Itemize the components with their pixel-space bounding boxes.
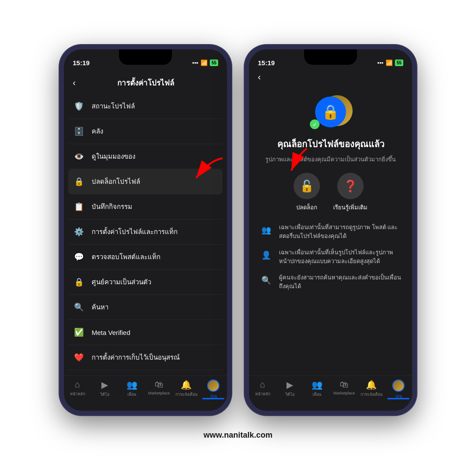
home-nav-icon-left: ⌂ (75, 379, 80, 390)
locked-profile-content: 🔒 ✓ คุณล็อกโปรไฟล์ของคุณแล้ว รูปภาพและโพ… (249, 82, 412, 376)
nav-item-menu-right[interactable]: เมนู (385, 379, 412, 399)
menu-item-search[interactable]: 🔍 ค้นหา (68, 295, 223, 320)
wifi-icon: 📶 (201, 60, 208, 66)
menu-label-profile-status: สถานะโปรไฟล์ (92, 101, 135, 112)
nav-item-friends-right[interactable]: 👥 เพื่อน (303, 379, 331, 398)
info-text-3: ผู้คนจะยังสามารถค้นหาคุณและส่งคำขอเป็นเพ… (279, 273, 401, 290)
profile-icons-row: 🔒 ✓ (302, 95, 359, 128)
phone-left: 15:19 ▪▪▪ 📶 55 ‹ การตั้งค่าโปรไฟล์ 🛡️ สถ… (60, 45, 231, 415)
menu-label-view: ดูในมุมมองของ (92, 151, 135, 162)
page-header-right: ‹ (249, 71, 412, 82)
menu-label-privacy: ศูนย์ความเป็นส่วนตัว (92, 277, 151, 287)
eye-icon: 👁️ (73, 150, 85, 163)
menu-item-memorial[interactable]: ❤️ การตั้งค่าการเก็บไว้เป็นอนุสรณ์ (68, 345, 223, 370)
menu-item-meta-verified[interactable]: ✅ Meta Verified (68, 320, 223, 345)
nav-label-home-left: หน้าหลัก (70, 391, 85, 397)
nav-label-video-right: วิดีโอ (285, 391, 294, 398)
unlock-action-btn[interactable]: 🔓 ปลดล็อก (294, 173, 320, 212)
avatar-nav-left (207, 379, 219, 392)
avatar-nav-right (392, 379, 405, 392)
nav-label-notifications-left: การแจ้งเตือน (175, 391, 197, 398)
nav-label-friends-left: เพื่อน (127, 391, 136, 398)
nav-label-home-right: หน้าหลัก (255, 391, 270, 397)
info-item-3: 🔍 ผู้คนจะยังสามารถค้นหาคุณและส่งคำขอเป็น… (260, 273, 401, 290)
marketplace-nav-icon-left: 🛍 (155, 379, 164, 390)
nav-item-friends-left[interactable]: 👥 เพื่อน (118, 379, 145, 398)
info-text-1: เฉพาะเพื่อนเท่านั้นที่สามารถดูรูปภาพ โพส… (279, 223, 401, 240)
menu-label-review: ตรวจสอบโพสต์และแท็ก (92, 252, 160, 262)
menu-label-profile-settings: การตั้งค่าโปรไฟล์และการแท็ก (92, 227, 178, 237)
learn-more-action-btn[interactable]: ❓ เรียนรู้เพิ่มเติม (333, 173, 368, 212)
menu-label-archive: คลัง (92, 126, 103, 137)
page-header-left: ‹ การตั้งค่าโปรไฟล์ (64, 71, 227, 94)
nav-label-marketplace-left: Marketplace (148, 391, 170, 395)
menu-label-unlock: ปลดล็อกโปรไฟล์ (92, 176, 140, 187)
info-text-2: เฉพาะเพื่อนเท่านั้นที่เห็นรูปโปรไฟล์และร… (279, 248, 401, 265)
video-nav-icon-left: ▶ (101, 379, 108, 390)
nav-label-notifications-right: การแจ้งเตือน (361, 391, 383, 398)
page-title-left: การตั้งค่าโปรไฟล์ (117, 77, 174, 89)
profile-lock-circle: 🔒 (315, 97, 346, 127)
menu-item-unlock[interactable]: 🔒 ปลดล็อกโปรไฟล์ (68, 169, 223, 194)
bell-nav-icon-right: 🔔 (366, 379, 377, 390)
nav-item-notifications-left[interactable]: 🔔 การแจ้งเตือน (173, 379, 200, 398)
marketplace-nav-icon-right: 🛍 (340, 379, 349, 390)
battery-right: 55 (395, 60, 403, 66)
menu-item-archive[interactable]: 🗄️ คลัง (68, 119, 223, 144)
lock-icon-unlock: 🔒 (73, 175, 85, 188)
nav-item-video-right[interactable]: ▶ วิดีโอ (276, 379, 304, 398)
learn-more-btn-circle: ❓ (337, 173, 364, 199)
menu-item-profile-status[interactable]: 🛡️ สถานะโปรไฟล์ (68, 94, 223, 119)
website-footer: www.nanitalk.com (204, 431, 272, 440)
bottom-nav-right: ⌂ หน้าหลัก ▶ วิดีโอ 👥 เพื่อน 🛍 Marketpla… (249, 376, 412, 411)
signal-icon-right: ▪▪▪ (377, 60, 383, 66)
nav-item-marketplace-left[interactable]: 🛍 Marketplace (145, 379, 173, 395)
video-nav-icon-right: ▶ (286, 379, 293, 390)
battery-left: 55 (210, 60, 218, 66)
menu-item-profile-settings[interactable]: ⚙️ การตั้งค่าโปรไฟล์และการแท็ก (68, 219, 223, 245)
menu-label-activity: บันทึกกิจกรรม (92, 201, 132, 212)
back-button-left[interactable]: ‹ (73, 78, 76, 88)
menu-label-memorial: การตั้งค่าการเก็บไว้เป็นอนุสรณ์ (92, 352, 180, 363)
nav-label-marketplace-right: Marketplace (333, 391, 355, 395)
verified-icon: ✅ (73, 326, 85, 338)
menu-list: 🛡️ สถานะโปรไฟล์ 🗄️ คลัง 👁️ ดูในมุมมองของ… (64, 94, 227, 376)
back-button-right[interactable]: ‹ (258, 72, 261, 82)
activity-icon: 📋 (73, 201, 85, 213)
nav-item-home-left[interactable]: ⌂ หน้าหลัก (64, 379, 91, 397)
review-icon: 💬 (73, 251, 85, 263)
menu-item-activity[interactable]: 📋 บันทึกกิจกรรม (68, 194, 223, 219)
nav-label-video-left: วิดีโอ (100, 391, 109, 398)
menu-label-search: ค้นหา (92, 302, 108, 312)
shield-icon: 🛡️ (73, 100, 85, 112)
nav-item-marketplace-right[interactable]: 🛍 Marketplace (331, 379, 358, 395)
nav-item-notifications-right[interactable]: 🔔 การแจ้งเตือน (358, 379, 385, 398)
privacy-lock-icon: 🔒 (73, 276, 85, 288)
time-right: 15:19 (258, 59, 275, 67)
nav-item-menu-left[interactable]: เมนู (200, 379, 227, 399)
menu-item-view[interactable]: 👁️ ดูในมุมมองของ (68, 144, 223, 169)
profile-icon-2: 👤 (260, 249, 272, 261)
wifi-icon-right: 📶 (386, 60, 393, 66)
learn-more-btn-label: เรียนรู้เพิ่มเติม (333, 203, 368, 212)
info-list: 👥 เฉพาะเพื่อนเท่านั้นที่สามารถดูรูปภาพ โ… (258, 223, 403, 290)
phone-right: 15:19 ▪▪▪ 📶 55 ‹ 🔒 ✓ คุณล็อกโปร (245, 45, 416, 415)
people-icon-1: 👥 (260, 224, 272, 236)
search-icon-3: 🔍 (260, 274, 272, 286)
home-nav-icon-right: ⌂ (260, 379, 265, 390)
action-buttons-row: 🔓 ปลดล็อก ❓ (294, 173, 368, 212)
info-item-1: 👥 เฉพาะเพื่อนเท่านั้นที่สามารถดูรูปภาพ โ… (260, 223, 401, 240)
heart-icon: ❤️ (73, 351, 85, 364)
menu-item-privacy[interactable]: 🔒 ศูนย์ความเป็นส่วนตัว (68, 270, 223, 295)
unlock-btn-label: ปลดล็อก (296, 203, 317, 212)
nav-label-friends-right: เพื่อน (312, 391, 321, 398)
profile-verified-badge: ✓ (310, 119, 320, 129)
signal-icon: ▪▪▪ (192, 60, 198, 66)
active-bar-left (202, 398, 224, 399)
menu-item-review[interactable]: 💬 ตรวจสอบโพสต์และแท็ก (68, 245, 223, 270)
nav-item-home-right[interactable]: ⌂ หน้าหลัก (249, 379, 276, 397)
nav-item-video-left[interactable]: ▶ วิดีโอ (91, 379, 119, 398)
archive-icon: 🗄️ (73, 125, 85, 138)
menu-label-meta-verified: Meta Verified (92, 329, 130, 336)
time-left: 15:19 (73, 59, 89, 67)
